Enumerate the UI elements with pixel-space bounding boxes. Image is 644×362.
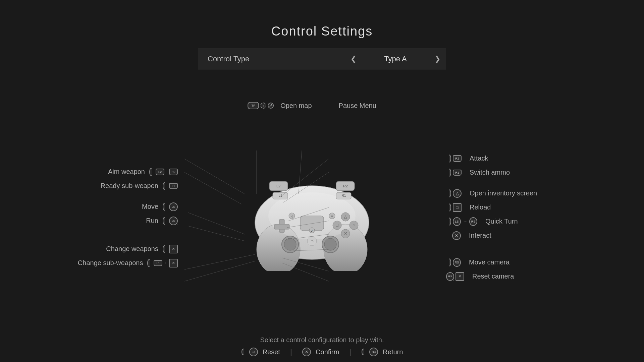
left-bottom-mappings: Change weapons ✕ Change sub-weapons <box>78 245 178 267</box>
aim-weapon-icons: L2 R2 <box>149 168 178 176</box>
mapping-quick-turn: LS → RS Quick Turn <box>446 217 537 226</box>
change-sub-weapons-label: Change sub-weapons <box>78 259 143 267</box>
return-label: Return <box>383 348 403 356</box>
page: Control Settings Control Type ❮ Type A ❯… <box>0 0 644 362</box>
rs-cam-half-icon <box>446 258 451 267</box>
return-half-icon <box>361 348 367 356</box>
reset-button-group[interactable]: L3 Reset <box>241 348 280 356</box>
reset-half-icon <box>241 348 247 356</box>
mapping-change-sub-weapons: Change sub-weapons L1 + ✕ <box>78 259 178 267</box>
svg-text:□: □ <box>336 223 338 228</box>
right-upper-mappings: R2 Attack R1 Switch ammo <box>446 154 537 240</box>
right-bottom-mappings: RS Move camera RS ↓ ✕ Reset camera <box>446 258 514 281</box>
r2-attack-icon: R2 <box>453 155 462 162</box>
dpad2-half-icon <box>147 259 152 267</box>
ls-qt-icon: LS <box>453 217 461 226</box>
mapping-aim-weapon: Aim weapon L2 R2 <box>101 168 178 176</box>
mapping-inventory: △ Open inventory screen <box>446 189 537 198</box>
l2-icon: L2 <box>156 169 164 175</box>
change-sub-weapons-icons: L1 + ✕ <box>147 259 178 267</box>
reload-icons: □ <box>446 203 462 212</box>
left-upper-mappings: Aim weapon L2 R2 Ready sub-weapon <box>101 168 178 225</box>
rs-cam-icon: RS <box>453 258 461 267</box>
cross-cam-icon: ✕ <box>455 272 464 281</box>
tri-half-icon <box>446 189 451 198</box>
svg-text:R2: R2 <box>343 184 348 188</box>
r1-half-icon <box>446 168 451 177</box>
open-map-label: Open map <box>280 102 312 110</box>
svg-line-0 <box>184 159 245 194</box>
l1-sub-icon: L1 <box>154 260 162 266</box>
switch-ammo-icons: R1 <box>446 168 462 177</box>
ready-sub-label: Ready sub-weapon <box>101 182 158 190</box>
ls-half-icon <box>162 202 168 211</box>
svg-text:PS: PS <box>310 239 314 243</box>
top-mappings: TP ○ 🎤 Open map Pause Menu <box>248 102 376 110</box>
control-type-value: Type A <box>362 55 429 63</box>
mic-icon: 🎤 <box>268 103 274 109</box>
inventory-label: Open inventory screen <box>470 189 537 197</box>
mapping-run: Run LS ↓ <box>101 217 178 225</box>
switch-ammo-label: Switch ammo <box>470 169 510 176</box>
run-label: Run <box>146 217 158 225</box>
svg-line-1 <box>184 172 241 204</box>
r2-icon: R2 <box>169 169 178 175</box>
l1-half-icon <box>162 182 168 190</box>
move-icons: LS <box>162 202 178 211</box>
x-confirm-icon: ✕ <box>302 348 311 356</box>
sq-half-icon <box>446 203 451 212</box>
mapping-move-camera: RS Move camera <box>446 258 514 267</box>
mapping-switch-ammo: R1 Switch ammo <box>446 168 537 177</box>
confirm-button-group[interactable]: ✕ Confirm <box>302 348 339 356</box>
quick-turn-icons: LS → RS <box>446 217 477 226</box>
touchpad-icon: TP <box>248 102 259 109</box>
controller-image: L2 R2 L1 R1 <box>240 164 384 271</box>
svg-text:≡: ≡ <box>331 215 333 218</box>
ls-click-half-icon <box>162 217 168 225</box>
svg-text:△: △ <box>344 214 347 219</box>
center-panel: TP ○ 🎤 Open map Pause Menu <box>184 164 439 271</box>
attack-icons: R2 <box>446 154 462 163</box>
r3-return-icon: R3 <box>369 348 378 356</box>
rs-qt-icon: RS <box>469 217 477 226</box>
mapping-ready-sub: Ready sub-weapon L1 <box>101 182 178 190</box>
rs-click-icon: RS ↓ <box>446 272 454 281</box>
open-map-icons: TP ○ 🎤 <box>248 102 274 109</box>
svg-text:◁: ◁ <box>291 215 293 218</box>
control-type-prev[interactable]: ❮ <box>345 55 362 63</box>
reload-label: Reload <box>470 203 491 211</box>
attack-label: Attack <box>470 155 488 162</box>
return-button-group[interactable]: R3 Return <box>361 348 403 356</box>
mapping-open-map: TP ○ 🎤 Open map <box>248 102 312 110</box>
control-type-next[interactable]: ❯ <box>429 55 446 63</box>
options-dot-icon: ○ <box>260 103 266 109</box>
svg-point-33 <box>324 238 336 250</box>
svg-text:✕: ✕ <box>344 231 347 236</box>
reset-camera-icons: RS ↓ ✕ <box>446 272 464 281</box>
right-panel: R2 Attack R1 Switch ammo <box>439 154 627 281</box>
reset-camera-label: Reset camera <box>472 273 514 280</box>
reset-label: Reset <box>263 348 280 356</box>
change-weapons-label: Change weapons <box>106 245 158 253</box>
svg-text:🎤: 🎤 <box>311 229 314 232</box>
svg-text:L2: L2 <box>276 184 280 188</box>
control-type-selector[interactable]: Control Type ❮ Type A ❯ <box>198 49 446 69</box>
interact-spacer <box>446 231 451 240</box>
square-btn-icon: □ <box>453 203 462 212</box>
aim-weapon-label: Aim weapon <box>108 168 145 176</box>
l3-reset-icon: L3 <box>249 348 258 356</box>
svg-point-31 <box>284 238 296 250</box>
mapping-interact: ✕ Interact <box>446 231 537 240</box>
svg-text:○: ○ <box>353 223 355 228</box>
mapping-reset-camera: RS ↓ ✕ Reset camera <box>446 272 514 281</box>
move-camera-label: Move camera <box>469 258 509 266</box>
footer-divider-1: | <box>290 347 292 357</box>
control-type-label: Control Type <box>198 55 345 63</box>
l1-icon: L1 <box>169 183 178 189</box>
rs-half-icon <box>446 217 451 226</box>
ls-icon: LS <box>169 202 178 211</box>
run-icons: LS ↓ <box>162 217 178 225</box>
left-panel: Aim weapon L2 R2 Ready sub-weapon <box>17 168 184 267</box>
ready-sub-icons: L1 <box>162 182 178 190</box>
footer-hint: Select a control configuration to play w… <box>260 336 384 344</box>
